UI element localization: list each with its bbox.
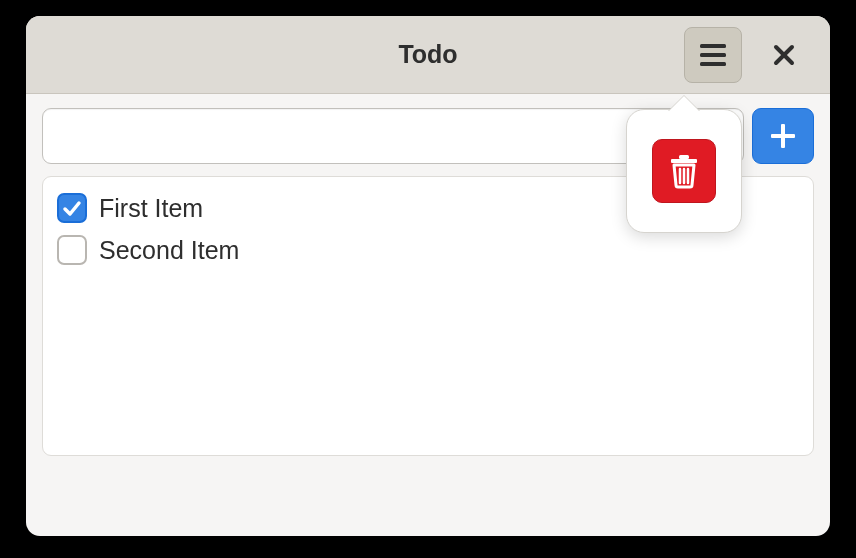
svg-rect-6 (771, 134, 795, 138)
delete-button[interactable] (652, 139, 716, 203)
plus-icon (768, 121, 798, 151)
check-icon (62, 198, 82, 218)
list-item: Second Item (57, 229, 799, 271)
app-window: Todo (26, 16, 830, 536)
close-icon (773, 44, 795, 66)
trash-icon (667, 153, 701, 189)
menu-popover (626, 109, 742, 233)
window-title: Todo (398, 40, 457, 69)
titlebar: Todo (26, 16, 830, 94)
add-button[interactable] (752, 108, 814, 164)
svg-rect-2 (700, 62, 726, 66)
svg-rect-1 (700, 53, 726, 57)
svg-rect-8 (679, 155, 689, 159)
item-label: First Item (99, 194, 203, 223)
item-label: Second Item (99, 236, 239, 265)
item-checkbox[interactable] (57, 193, 87, 223)
menu-button[interactable] (684, 27, 742, 83)
hamburger-icon (700, 44, 726, 66)
svg-rect-0 (700, 44, 726, 48)
item-checkbox[interactable] (57, 235, 87, 265)
svg-rect-7 (671, 159, 697, 163)
close-button[interactable] (760, 27, 808, 83)
